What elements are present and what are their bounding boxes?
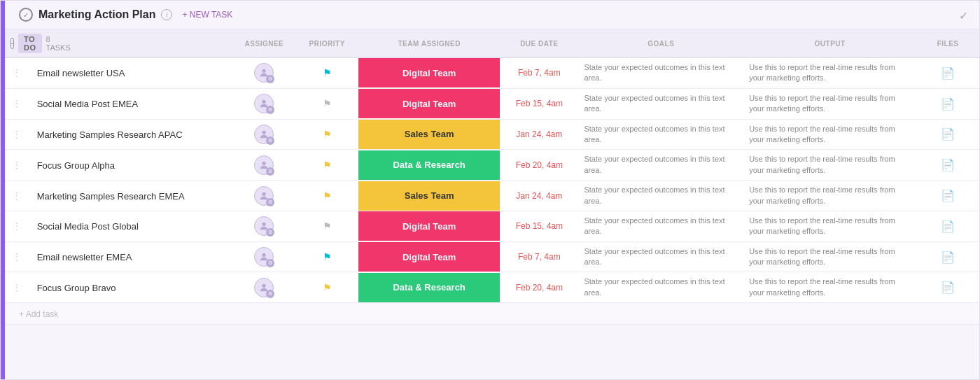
- priority-flag-icon[interactable]: ⚑: [323, 190, 332, 202]
- team-cell[interactable]: Sales Team: [358, 181, 500, 211]
- drag-handle-cell: ⋮: [5, 58, 29, 89]
- task-name: Social Media Post EMEA: [31, 99, 139, 109]
- file-icon[interactable]: 📄: [941, 66, 955, 80]
- task-name: Marketing Samples Research EMEA: [31, 191, 185, 202]
- drag-handle-icon[interactable]: ⋮: [8, 283, 26, 293]
- goals-cell: State your expected outcomes in this tex…: [578, 150, 743, 181]
- col-header-assignee: ASSIGNEE: [233, 29, 296, 58]
- output-cell: Use this to report the real-time results…: [743, 241, 916, 272]
- table-row: ⋮ Focus Group Alpha ⚙ ⚑ Data & Resea: [5, 150, 979, 181]
- svg-point-2: [262, 131, 266, 134]
- file-icon[interactable]: 📄: [941, 189, 955, 202]
- task-name-cell: Focus Group Alpha: [29, 150, 233, 181]
- task-name-cell: Email newsletter EMEA: [29, 241, 233, 272]
- drag-handle-icon[interactable]: ⋮: [8, 68, 26, 78]
- new-task-button[interactable]: + NEW TASK: [178, 8, 237, 22]
- drag-handle-icon[interactable]: ⋮: [8, 252, 26, 262]
- svg-point-0: [262, 69, 266, 73]
- table-row: ⋮ Focus Group Bravo ⚙ ⚑ Data & Resea: [5, 272, 979, 303]
- task-name: Email newsletter EMEA: [31, 252, 132, 262]
- file-icon[interactable]: 📄: [941, 97, 955, 111]
- avatar-settings-icon: ⚙: [266, 106, 274, 114]
- priority-flag-icon[interactable]: ⚑: [323, 251, 332, 262]
- priority-flag-icon[interactable]: ⚑: [323, 220, 332, 232]
- drag-handle-icon[interactable]: ⋮: [8, 129, 26, 139]
- section-header-row: - TO DO 8 TASKS ASSIGNEE PRIORITY TEAM A…: [5, 29, 979, 58]
- team-badge: Data & Research: [358, 150, 500, 180]
- priority-cell: ⚑: [295, 58, 358, 89]
- due-date-cell: Feb 15, 4am: [500, 211, 578, 241]
- page-header: ✓ Marketing Action Plan i + NEW TASK ✓: [1, 1, 979, 29]
- avatar[interactable]: ⚙: [254, 247, 274, 267]
- drag-handle-cell: ⋮: [5, 211, 29, 241]
- team-badge: Digital Team: [358, 89, 500, 118]
- avatar[interactable]: ⚙: [254, 278, 274, 297]
- output-cell: Use this to report the real-time results…: [743, 88, 916, 119]
- avatar[interactable]: ⚙: [254, 155, 274, 175]
- avatar[interactable]: ⚙: [254, 63, 274, 83]
- section-label: TO DO: [18, 34, 42, 53]
- due-date-cell: Jan 24, 4am: [500, 181, 578, 211]
- task-name-cell: Social Media Post Global: [29, 211, 233, 241]
- collapse-button[interactable]: ✓: [19, 8, 33, 22]
- checkmark-icon: ✓: [959, 9, 968, 22]
- team-cell[interactable]: Digital Team: [358, 211, 500, 241]
- priority-flag-icon[interactable]: ⚑: [323, 129, 332, 140]
- output-cell: Use this to report the real-time results…: [743, 211, 916, 241]
- col-header-duedate: DUE DATE: [500, 29, 578, 58]
- team-cell[interactable]: Digital Team: [358, 58, 500, 89]
- file-icon[interactable]: 📄: [941, 127, 955, 141]
- svg-point-1: [262, 100, 266, 104]
- drag-handle-icon[interactable]: ⋮: [8, 99, 26, 108]
- drag-handle-icon[interactable]: ⋮: [8, 221, 26, 231]
- team-cell[interactable]: Data & Research: [358, 150, 500, 181]
- priority-flag-icon[interactable]: ⚑: [323, 67, 332, 78]
- info-icon[interactable]: i: [161, 9, 172, 20]
- files-cell: 📄: [916, 181, 979, 211]
- avatar[interactable]: ⚙: [254, 125, 274, 144]
- priority-flag-icon[interactable]: ⚑: [323, 282, 332, 293]
- priority-cell: ⚑: [295, 211, 358, 241]
- priority-flag-icon[interactable]: ⚑: [323, 160, 332, 171]
- svg-point-5: [262, 223, 266, 226]
- drag-handle-cell: ⋮: [5, 119, 29, 150]
- col-header-files: FILES: [916, 29, 979, 58]
- table-row: ⋮ Marketing Samples Research EMEA ⚙ ⚑: [5, 181, 979, 211]
- avatar[interactable]: ⚙: [254, 186, 274, 206]
- priority-cell: ⚑: [295, 272, 358, 303]
- avatar[interactable]: ⚙: [254, 216, 274, 236]
- due-date-cell: Feb 7, 4am: [500, 241, 578, 272]
- team-cell[interactable]: Sales Team: [358, 119, 500, 150]
- priority-cell: ⚑: [295, 150, 358, 181]
- drag-handle-cell: ⋮: [5, 150, 29, 181]
- priority-cell: ⚑: [295, 181, 358, 211]
- file-icon[interactable]: 📄: [941, 251, 955, 264]
- assignee-cell: ⚙: [233, 272, 296, 303]
- priority-flag-icon[interactable]: ⚑: [323, 98, 332, 109]
- add-task-row: + Add task: [5, 303, 979, 325]
- goals-cell: State your expected outcomes in this tex…: [578, 88, 743, 119]
- section-toggle[interactable]: -: [10, 38, 14, 49]
- file-icon[interactable]: 📄: [941, 158, 955, 171]
- add-task-label: + Add task: [10, 309, 58, 319]
- avatar-settings-icon: ⚙: [266, 290, 274, 298]
- file-icon[interactable]: 📄: [941, 220, 955, 233]
- goals-cell: State your expected outcomes in this tex…: [578, 211, 743, 241]
- col-header-team: TEAM ASSIGNED: [358, 29, 500, 58]
- task-name-cell: Marketing Samples Research EMEA: [29, 181, 233, 211]
- svg-point-3: [262, 161, 266, 164]
- team-badge: Data & Research: [358, 273, 500, 302]
- team-cell[interactable]: Data & Research: [358, 272, 500, 303]
- output-cell: Use this to report the real-time results…: [743, 119, 916, 150]
- task-name: Focus Group Bravo: [31, 283, 116, 293]
- drag-handle-icon[interactable]: ⋮: [8, 160, 26, 170]
- avatar[interactable]: ⚙: [254, 94, 274, 113]
- assignee-cell: ⚙: [233, 88, 296, 119]
- col-header-priority: PRIORITY: [295, 29, 358, 58]
- team-cell[interactable]: Digital Team: [358, 241, 500, 272]
- team-cell[interactable]: Digital Team: [358, 88, 500, 119]
- drag-handle-icon[interactable]: ⋮: [8, 191, 26, 201]
- file-icon[interactable]: 📄: [941, 281, 955, 294]
- team-badge: Digital Team: [358, 58, 500, 87]
- task-name-cell: Focus Group Bravo: [29, 272, 233, 303]
